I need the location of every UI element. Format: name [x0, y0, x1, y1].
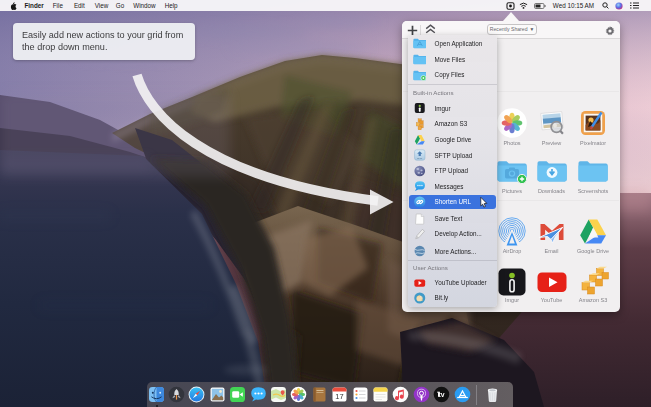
svg-text:17: 17 — [335, 392, 343, 401]
svg-text:SFTP: SFTP — [417, 157, 423, 159]
